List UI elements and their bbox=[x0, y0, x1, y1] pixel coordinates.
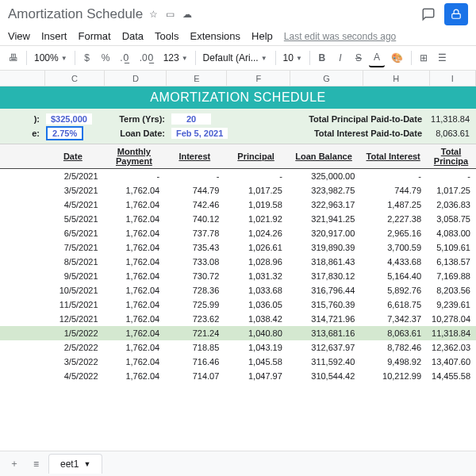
total-principal-label: Total Principal Paid-to-Date bbox=[298, 114, 428, 124]
table-row[interactable]: 12/5/20211,762.04723.621,038.42314,721.9… bbox=[0, 312, 476, 326]
table-row[interactable]: 11/5/20211,762.04725.991,036.05315,760.3… bbox=[0, 298, 476, 312]
strike-button[interactable]: S bbox=[351, 48, 367, 67]
comments-button[interactable] bbox=[417, 3, 440, 25]
doc-title[interactable]: Amortization Schedule bbox=[8, 6, 143, 22]
amount-label: ): bbox=[0, 114, 46, 124]
toolbar: 🖶 100%▼ $ % .0̲ .00̲ 123▼ Default (Ari..… bbox=[0, 45, 476, 71]
font-size-select[interactable]: 10▼ bbox=[280, 51, 305, 65]
menu-format[interactable]: Format bbox=[78, 30, 110, 42]
table-header: Total Principa bbox=[427, 144, 476, 169]
italic-button[interactable]: I bbox=[332, 48, 348, 67]
move-icon[interactable]: ▭ bbox=[164, 7, 176, 21]
amount-value[interactable]: $325,000 bbox=[46, 113, 92, 125]
merge-button[interactable]: ☰ bbox=[434, 48, 451, 67]
currency-button[interactable]: $ bbox=[79, 48, 95, 67]
table-row[interactable]: 3/5/20221,762.04716.461,045.58311,592.40… bbox=[0, 355, 476, 369]
menu-help[interactable]: Help bbox=[251, 30, 273, 42]
term-value[interactable]: 20 bbox=[171, 113, 211, 125]
font-select[interactable]: Default (Ari...▼ bbox=[200, 51, 271, 65]
column-header[interactable]: D bbox=[105, 71, 167, 86]
percent-button[interactable]: % bbox=[98, 48, 114, 67]
star-icon[interactable]: ☆ bbox=[148, 7, 159, 21]
svg-rect-0 bbox=[452, 13, 461, 18]
column-header[interactable]: I bbox=[430, 71, 476, 86]
number-format-select[interactable]: 123▼ bbox=[160, 51, 191, 65]
rate-label: e: bbox=[0, 129, 46, 138]
table-row[interactable]: 9/5/20211,762.04730.721,031.32317,830.12… bbox=[0, 269, 476, 283]
table-header: Loan Balance bbox=[287, 144, 360, 169]
table-row[interactable]: 1/5/20221,762.04721.241,040.80313,681.16… bbox=[0, 326, 476, 340]
column-header[interactable]: E bbox=[167, 71, 227, 86]
column-header[interactable]: F bbox=[227, 71, 290, 86]
loan-date-value[interactable]: Feb 5, 2021 bbox=[171, 128, 228, 139]
fill-color-button[interactable]: 🎨 bbox=[387, 48, 407, 67]
table-row[interactable]: 10/5/20211,762.04728.361,033.68316,796.4… bbox=[0, 283, 476, 298]
increase-decimal-button[interactable]: .00̲ bbox=[136, 48, 158, 67]
table-header: Principal bbox=[225, 144, 287, 169]
loan-date-label: Loan Date: bbox=[108, 129, 171, 138]
table-row[interactable]: 7/5/20211,762.04735.431,026.61319,890.39… bbox=[0, 240, 476, 255]
table-row[interactable]: 8/5/20211,762.04733.081,028.96318,861.43… bbox=[0, 255, 476, 269]
column-header[interactable]: G bbox=[290, 71, 363, 86]
table-row[interactable]: 2/5/2021---325,000.00-- bbox=[0, 169, 476, 183]
table-row[interactable]: 3/5/20211,762.04744.791,017.25323,982.75… bbox=[0, 183, 476, 198]
table-header: Date bbox=[43, 144, 103, 169]
menu-data[interactable]: Data bbox=[122, 30, 144, 42]
menu-insert[interactable]: Insert bbox=[41, 30, 67, 42]
cloud-icon[interactable]: ☁ bbox=[181, 7, 194, 21]
decrease-decimal-button[interactable]: .0̲ bbox=[116, 48, 132, 67]
add-sheet-button[interactable]: ＋ bbox=[5, 454, 24, 474]
column-header[interactable]: H bbox=[363, 71, 430, 86]
sheet-title-banner: AMORTIZATION SCHEDULE bbox=[0, 86, 476, 109]
amortization-table[interactable]: DateMonthly PaymentInterestPrincipalLoan… bbox=[0, 144, 476, 383]
text-color-button[interactable]: A bbox=[369, 48, 385, 67]
total-principal-value: 11,318.84 bbox=[428, 114, 476, 124]
menu-extensions[interactable]: Extensions bbox=[190, 30, 240, 42]
total-interest-value: 8,063.61 bbox=[428, 129, 476, 138]
table-row[interactable]: 5/5/20211,762.04740.121,021.92321,941.25… bbox=[0, 212, 476, 226]
all-sheets-button[interactable]: ≡ bbox=[29, 455, 44, 473]
print-button[interactable]: 🖶 bbox=[5, 48, 22, 67]
rate-value[interactable]: 2.75% bbox=[46, 126, 83, 140]
table-row[interactable]: 4/5/20221,762.04714.071,047.97310,544.42… bbox=[0, 369, 476, 383]
table-row[interactable]: 2/5/20221,762.04718.851,043.19312,637.97… bbox=[0, 340, 476, 355]
term-label: Term (Yrs): bbox=[108, 114, 171, 124]
table-header: Total Interest bbox=[360, 144, 427, 169]
table-header bbox=[0, 144, 43, 169]
table-row[interactable]: 4/5/20211,762.04742.461,019.58322,963.17… bbox=[0, 198, 476, 212]
table-row[interactable]: 6/5/20211,762.04737.781,024.26320,917.00… bbox=[0, 226, 476, 240]
table-header: Monthly Payment bbox=[103, 144, 165, 169]
column-header[interactable]: C bbox=[45, 71, 106, 86]
total-interest-label: Total Interest Paid-to-Date bbox=[298, 129, 428, 138]
zoom-select[interactable]: 100%▼ bbox=[31, 51, 71, 65]
sheet-tab-1[interactable]: eet1▼ bbox=[48, 454, 102, 474]
menu-tools[interactable]: Tools bbox=[155, 30, 178, 42]
share-button[interactable] bbox=[444, 3, 468, 25]
menu-view[interactable]: View bbox=[8, 30, 30, 42]
table-header: Interest bbox=[165, 144, 225, 169]
last-edit-link[interactable]: Last edit was seconds ago bbox=[284, 31, 396, 42]
menu-bar: View Insert Format Data Tools Extensions… bbox=[0, 29, 476, 45]
bold-button[interactable]: B bbox=[314, 48, 330, 67]
borders-button[interactable]: ⊞ bbox=[416, 48, 432, 67]
